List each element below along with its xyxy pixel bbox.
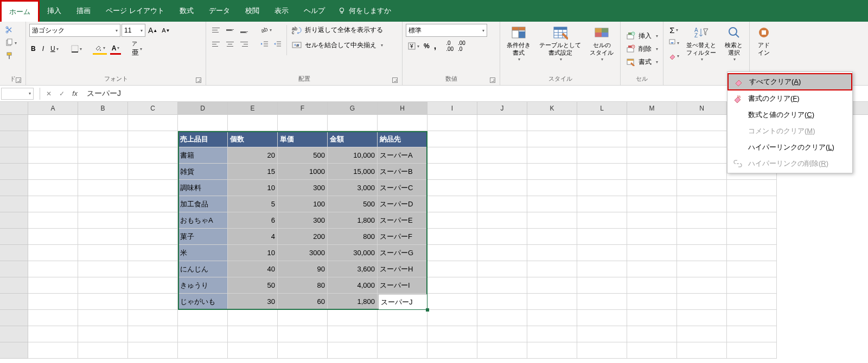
cell[interactable] (727, 261, 777, 277)
cell[interactable]: 4 (228, 229, 278, 245)
cell[interactable] (677, 147, 727, 164)
cell[interactable] (527, 277, 577, 294)
format-as-table-button[interactable]: テーブルとして 書式設定▾ (536, 24, 584, 63)
cell[interactable] (627, 196, 677, 212)
cell[interactable] (328, 310, 378, 326)
cell[interactable] (78, 326, 128, 342)
decrease-decimal-button[interactable]: .00.0 (456, 39, 467, 53)
cell[interactable]: スーパーB (378, 164, 427, 180)
cell[interactable]: 10 (228, 245, 278, 261)
cell[interactable]: 300 (278, 180, 328, 196)
addins-button[interactable]: アド イン (753, 24, 775, 58)
cell[interactable] (727, 229, 777, 245)
cell[interactable] (427, 326, 477, 342)
fill-button[interactable]: ▾ (667, 37, 681, 49)
cell[interactable] (677, 115, 727, 131)
borders-button[interactable]: ▾ (69, 43, 84, 55)
cell[interactable] (577, 164, 627, 180)
cell[interactable]: 1,800 (328, 212, 378, 229)
cell[interactable] (78, 164, 128, 180)
cell[interactable] (677, 310, 727, 326)
wrap-text-button[interactable]: abc 折り返して全体を表示する (290, 24, 385, 36)
cell[interactable] (677, 261, 727, 277)
clear-all-item[interactable]: すべてクリア(A) (727, 73, 852, 90)
cell[interactable] (427, 310, 477, 326)
tab-data[interactable]: データ (201, 0, 238, 22)
align-center-button[interactable] (224, 38, 237, 50)
cell[interactable] (328, 342, 378, 359)
cell[interactable] (527, 342, 577, 359)
cell[interactable] (627, 212, 677, 229)
cell[interactable] (477, 196, 527, 212)
cell[interactable] (228, 342, 278, 359)
cell[interactable] (28, 277, 78, 294)
tab-help[interactable]: ヘルプ (296, 0, 333, 22)
cell[interactable] (427, 180, 477, 196)
cell[interactable] (28, 229, 78, 245)
cell[interactable]: おもちゃA (178, 212, 228, 229)
cell[interactable] (28, 212, 78, 229)
autosum-button[interactable]: Σ▾ (667, 24, 681, 36)
cell[interactable] (78, 245, 128, 261)
comma-button[interactable]: , (432, 40, 438, 52)
cell[interactable] (427, 164, 477, 180)
cell[interactable] (178, 310, 228, 326)
cell[interactable] (278, 342, 328, 359)
cell[interactable] (577, 261, 627, 277)
cell[interactable] (278, 326, 328, 342)
cell[interactable] (527, 115, 577, 131)
tab-review[interactable]: 校閲 (238, 0, 267, 22)
conditional-formatting-button[interactable]: 条件付き 書式▾ (503, 24, 534, 63)
cell[interactable] (727, 180, 777, 196)
cut-button[interactable] (3, 24, 15, 36)
accounting-format-button[interactable]: ¥▾ (406, 40, 421, 52)
percent-button[interactable]: % (422, 40, 431, 52)
cell[interactable] (477, 310, 527, 326)
align-middle-button[interactable] (224, 24, 237, 36)
font-name-select[interactable]: 游ゴシック▾ (29, 24, 120, 37)
cell[interactable]: 60 (278, 294, 328, 310)
cell[interactable] (527, 245, 577, 261)
copy-button[interactable]: ▾ (3, 37, 18, 49)
cell[interactable] (28, 261, 78, 277)
cell[interactable] (577, 310, 627, 326)
align-top-button[interactable] (209, 24, 222, 36)
cell[interactable]: 80 (278, 277, 328, 294)
cell[interactable] (427, 277, 477, 294)
cell[interactable] (128, 212, 178, 229)
cell[interactable]: 1,800 (328, 294, 378, 310)
cell[interactable] (477, 245, 527, 261)
cell[interactable] (677, 294, 727, 310)
fill-color-button[interactable]: ▾ (93, 43, 107, 55)
cell[interactable] (527, 326, 577, 342)
format-painter-button[interactable] (3, 50, 15, 62)
cell[interactable] (527, 261, 577, 277)
cell[interactable] (228, 115, 278, 131)
cell[interactable] (527, 212, 577, 229)
cell[interactable] (427, 196, 477, 212)
cell[interactable] (627, 261, 677, 277)
cell[interactable] (128, 277, 178, 294)
name-box[interactable]: ▾ (1, 88, 34, 100)
orientation-button[interactable]: ab▾ (258, 24, 273, 36)
fill-handle[interactable] (426, 308, 429, 312)
cell[interactable]: 雑貨 (178, 164, 228, 180)
cell[interactable]: 個数 (228, 131, 278, 147)
cell[interactable] (78, 147, 128, 164)
cell[interactable] (627, 131, 677, 147)
cell[interactable] (577, 131, 627, 147)
find-select-button[interactable]: 検索と 選択▾ (722, 24, 746, 63)
cell[interactable]: 100 (278, 196, 328, 212)
col-header[interactable]: K (527, 102, 577, 114)
cell[interactable] (527, 180, 577, 196)
cell[interactable] (527, 147, 577, 164)
cell[interactable] (627, 326, 677, 342)
align-bottom-button[interactable] (238, 24, 251, 36)
col-header[interactable]: D (178, 102, 228, 114)
clear-button[interactable]: ▾ (667, 50, 681, 62)
cell[interactable] (128, 131, 178, 147)
cell[interactable] (128, 180, 178, 196)
cell[interactable] (28, 342, 78, 359)
cell[interactable] (577, 277, 627, 294)
cell[interactable] (627, 342, 677, 359)
